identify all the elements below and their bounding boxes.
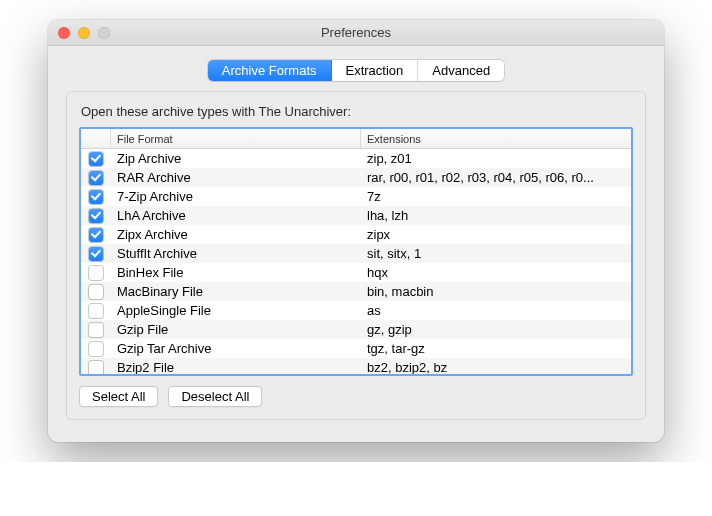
row-format-name: RAR Archive xyxy=(111,170,361,185)
select-all-button[interactable]: Select All xyxy=(79,386,158,407)
row-format-name: Bzip2 File xyxy=(111,360,361,375)
row-format-name: Zipx Archive xyxy=(111,227,361,242)
table-row[interactable]: AppleSingle Fileas xyxy=(81,301,631,320)
tab-archive-formats[interactable]: Archive Formats xyxy=(208,60,332,81)
row-extensions: gz, gzip xyxy=(361,322,631,337)
row-format-name: BinHex File xyxy=(111,265,361,280)
table-row[interactable]: StuffIt Archivesit, sitx, 1 xyxy=(81,244,631,263)
titlebar: Preferences xyxy=(48,20,664,46)
row-extensions: 7z xyxy=(361,189,631,204)
checkbox-icon[interactable] xyxy=(89,285,103,299)
row-checkbox-cell xyxy=(81,190,111,204)
tab-extraction[interactable]: Extraction xyxy=(332,60,419,81)
table-row[interactable]: Gzip Tar Archivetgz, tar-gz xyxy=(81,339,631,358)
instruction-label: Open these archive types with The Unarch… xyxy=(81,104,633,119)
row-format-name: Gzip File xyxy=(111,322,361,337)
col-checkbox xyxy=(81,129,111,148)
row-checkbox-cell xyxy=(81,342,111,356)
formats-group: Open these archive types with The Unarch… xyxy=(66,91,646,420)
row-checkbox-cell xyxy=(81,247,111,261)
row-extensions: bz2, bzip2, bz xyxy=(361,360,631,375)
table-row[interactable]: LhA Archivelha, lzh xyxy=(81,206,631,225)
content: Archive Formats Extraction Advanced Open… xyxy=(48,46,664,442)
row-format-name: 7-Zip Archive xyxy=(111,189,361,204)
checkbox-icon[interactable] xyxy=(89,190,103,204)
row-checkbox-cell xyxy=(81,285,111,299)
checkbox-icon[interactable] xyxy=(89,228,103,242)
checkbox-icon[interactable] xyxy=(89,266,103,280)
button-row: Select All Deselect All xyxy=(79,386,633,407)
checkbox-icon[interactable] xyxy=(89,342,103,356)
checkbox-icon[interactable] xyxy=(89,323,103,337)
row-format-name: MacBinary File xyxy=(111,284,361,299)
row-checkbox-cell xyxy=(81,266,111,280)
checkbox-icon[interactable] xyxy=(89,304,103,318)
tab-bar: Archive Formats Extraction Advanced xyxy=(208,60,504,81)
close-icon[interactable] xyxy=(58,27,70,39)
row-checkbox-cell xyxy=(81,171,111,185)
formats-table[interactable]: File Format Extensions Zip Archivezip, z… xyxy=(79,127,633,376)
checkbox-icon[interactable] xyxy=(89,361,103,375)
table-header: File Format Extensions xyxy=(81,129,631,149)
row-format-name: AppleSingle File xyxy=(111,303,361,318)
table-row[interactable]: Bzip2 Filebz2, bzip2, bz xyxy=(81,358,631,376)
row-extensions: rar, r00, r01, r02, r03, r04, r05, r06, … xyxy=(361,170,631,185)
checkbox-icon[interactable] xyxy=(89,247,103,261)
row-extensions: lha, lzh xyxy=(361,208,631,223)
table-row[interactable]: Zipx Archivezipx xyxy=(81,225,631,244)
table-body: Zip Archivezip, z01RAR Archiverar, r00, … xyxy=(81,149,631,376)
row-format-name: Gzip Tar Archive xyxy=(111,341,361,356)
deselect-all-button[interactable]: Deselect All xyxy=(168,386,262,407)
preferences-window: Preferences Archive Formats Extraction A… xyxy=(48,20,664,442)
row-checkbox-cell xyxy=(81,323,111,337)
row-extensions: as xyxy=(361,303,631,318)
window-title: Preferences xyxy=(48,25,664,40)
table-row[interactable]: 7-Zip Archive7z xyxy=(81,187,631,206)
zoom-icon xyxy=(98,27,110,39)
col-file-format[interactable]: File Format xyxy=(111,129,361,148)
checkbox-icon[interactable] xyxy=(89,209,103,223)
table-row[interactable]: MacBinary Filebin, macbin xyxy=(81,282,631,301)
row-format-name: LhA Archive xyxy=(111,208,361,223)
row-extensions: zipx xyxy=(361,227,631,242)
row-extensions: tgz, tar-gz xyxy=(361,341,631,356)
table-row[interactable]: Zip Archivezip, z01 xyxy=(81,149,631,168)
window-controls xyxy=(48,27,110,39)
table-row[interactable]: BinHex Filehqx xyxy=(81,263,631,282)
row-checkbox-cell xyxy=(81,361,111,375)
checkbox-icon[interactable] xyxy=(89,152,103,166)
row-checkbox-cell xyxy=(81,228,111,242)
checkbox-icon[interactable] xyxy=(89,171,103,185)
table-row[interactable]: Gzip Filegz, gzip xyxy=(81,320,631,339)
tab-advanced[interactable]: Advanced xyxy=(418,60,504,81)
row-extensions: sit, sitx, 1 xyxy=(361,246,631,261)
row-checkbox-cell xyxy=(81,304,111,318)
row-format-name: StuffIt Archive xyxy=(111,246,361,261)
table-row[interactable]: RAR Archiverar, r00, r01, r02, r03, r04,… xyxy=(81,168,631,187)
row-extensions: bin, macbin xyxy=(361,284,631,299)
row-extensions: zip, z01 xyxy=(361,151,631,166)
row-extensions: hqx xyxy=(361,265,631,280)
row-checkbox-cell xyxy=(81,209,111,223)
row-checkbox-cell xyxy=(81,152,111,166)
minimize-icon[interactable] xyxy=(78,27,90,39)
col-extensions[interactable]: Extensions xyxy=(361,129,631,148)
row-format-name: Zip Archive xyxy=(111,151,361,166)
